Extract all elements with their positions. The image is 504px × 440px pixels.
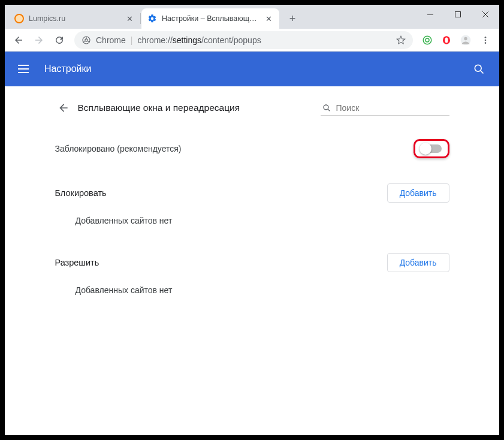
close-icon[interactable]: ✕ (125, 14, 134, 23)
allow-section-title: Разрешить (55, 258, 99, 267)
svg-point-17 (324, 105, 328, 110)
gear-icon (147, 14, 157, 23)
close-icon[interactable]: ✕ (264, 14, 273, 23)
search-icon (322, 103, 331, 113)
extension-opera-icon[interactable] (438, 32, 455, 49)
new-tab-button[interactable]: + (284, 10, 301, 27)
header-search-button[interactable] (472, 62, 486, 76)
block-add-button[interactable]: Добавить (387, 183, 449, 203)
svg-point-9 (445, 37, 448, 43)
tab-title: Lumpics.ru (29, 14, 120, 23)
toggle-highlight (414, 139, 449, 158)
settings-header: Настройки (5, 52, 499, 86)
toggle-knob-icon (420, 143, 431, 155)
page-back-button[interactable] (55, 100, 72, 116)
browser-toolbar: Chrome | chrome://settings/content/popup… (5, 29, 499, 52)
omnibox-divider: | (131, 35, 133, 45)
settings-title: Настройки (44, 64, 91, 74)
svg-line-16 (481, 71, 484, 74)
nav-reload-button[interactable] (50, 31, 68, 49)
svg-rect-1 (455, 12, 461, 17)
allow-empty-message: Добавленных сайтов нет (52, 277, 453, 312)
profile-avatar-icon[interactable] (457, 32, 474, 49)
inpage-search[interactable] (321, 101, 449, 116)
lumpics-favicon-icon (14, 14, 24, 23)
tab-lumpics[interactable]: Lumpics.ru ✕ (8, 8, 140, 29)
tab-title: Настройки – Всплывающие окн (162, 14, 259, 23)
search-input[interactable] (336, 103, 448, 113)
page-title: Всплывающие окна и переадресация (78, 103, 240, 113)
svg-point-14 (485, 42, 487, 44)
window-close-button[interactable] (472, 5, 499, 24)
svg-point-5 (85, 38, 87, 41)
svg-point-11 (464, 37, 467, 40)
svg-point-7 (425, 38, 429, 42)
svg-point-6 (423, 36, 431, 44)
chrome-icon (82, 35, 91, 45)
block-empty-message: Добавленных сайтов нет (52, 207, 453, 242)
allow-add-button[interactable]: Добавить (387, 253, 449, 272)
svg-point-15 (475, 65, 481, 71)
blocked-toggle[interactable] (421, 144, 442, 153)
svg-point-12 (485, 37, 487, 38)
window-maximize-button[interactable] (444, 5, 472, 24)
window-minimize-button[interactable] (417, 5, 444, 24)
block-section-title: Блокировать (55, 188, 107, 198)
tab-settings[interactable]: Настройки – Всплывающие окн ✕ (141, 8, 279, 29)
omnibox-url: chrome://settings/content/popups (137, 35, 261, 45)
omnibox-secure-label: Chrome (96, 35, 126, 45)
hamburger-menu-button[interactable] (18, 62, 32, 76)
svg-line-18 (328, 109, 330, 111)
omnibox[interactable]: Chrome | chrome://settings/content/popup… (74, 31, 413, 49)
bookmark-star-icon[interactable] (396, 35, 406, 45)
browser-menu-button[interactable] (476, 31, 494, 49)
blocked-toggle-label: Заблокировано (рекомендуется) (55, 144, 182, 153)
svg-point-13 (485, 39, 487, 41)
extension-yandex-icon[interactable] (419, 32, 436, 49)
nav-back-button[interactable] (10, 31, 28, 49)
nav-forward-button[interactable] (30, 31, 48, 49)
